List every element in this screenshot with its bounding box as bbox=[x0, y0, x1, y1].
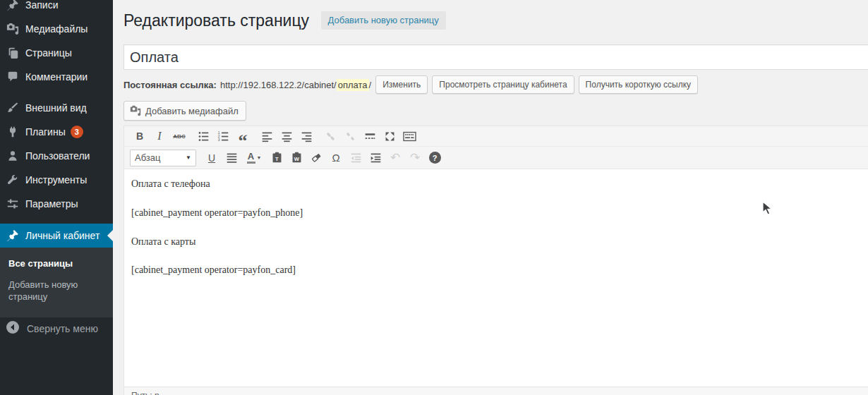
sidebar-item-tools[interactable]: Инструменты bbox=[0, 168, 113, 192]
special-character-icon[interactable]: Ω bbox=[327, 150, 345, 166]
sliders-icon bbox=[6, 197, 20, 211]
plugin-icon bbox=[6, 125, 20, 139]
justify-icon[interactable] bbox=[222, 150, 241, 166]
permalink-slug[interactable]: оплата bbox=[337, 79, 369, 91]
unlink-icon[interactable] bbox=[341, 128, 359, 145]
pages-submenu: Все страницы Добавить новую страницу bbox=[0, 248, 113, 317]
align-right-icon[interactable] bbox=[297, 128, 315, 145]
main-content: Редактировать страницу Добавить новую ст… bbox=[113, 0, 868, 395]
numbered-list-icon[interactable]: 123 bbox=[214, 128, 232, 145]
permalink-url-prefix: http://192.168.122.2/cabinet/ bbox=[220, 80, 337, 90]
menu-separator bbox=[0, 89, 113, 96]
sidebar-item-posts[interactable]: Записи bbox=[0, 0, 113, 17]
edit-permalink-button[interactable]: Изменить bbox=[375, 75, 428, 94]
admin-sidebar: Записи Медиафайлы Страницы Комментарии bbox=[0, 0, 113, 395]
media-icon bbox=[130, 105, 141, 116]
permalink-url-suffix: / bbox=[369, 80, 372, 90]
fullscreen-icon[interactable] bbox=[380, 128, 399, 145]
pushpin-icon bbox=[6, 229, 20, 243]
chevron-down-icon: ▼ bbox=[186, 154, 191, 161]
underline-icon[interactable]: U bbox=[203, 150, 221, 166]
indent-icon[interactable] bbox=[366, 150, 385, 166]
wysiwyg-editor: B I ABC 123 “ bbox=[123, 126, 868, 395]
plugins-update-badge: 3 bbox=[71, 126, 83, 138]
sidebar-item-label: Инструменты bbox=[25, 174, 87, 186]
sidebar-item-label: Плагины bbox=[25, 126, 66, 138]
add-media-label: Добавить медиафайл bbox=[145, 106, 239, 116]
admin-menu: Записи Медиафайлы Страницы Комментарии bbox=[0, 0, 113, 317]
undo-icon[interactable]: ↶ bbox=[386, 150, 404, 166]
collapse-arrow-icon bbox=[6, 320, 20, 336]
help-glyph: ? bbox=[429, 152, 441, 164]
pages-icon bbox=[6, 46, 20, 60]
wrench-icon bbox=[6, 173, 20, 187]
element-path: Путь: p bbox=[131, 391, 159, 395]
paragraph-format-select[interactable]: Абзац ▼ bbox=[130, 150, 196, 166]
sidebar-item-comments[interactable]: Комментарии bbox=[0, 65, 113, 89]
svg-text:W: W bbox=[294, 156, 299, 162]
content-paragraph: [cabinet_payment operator=payfon_card] bbox=[131, 265, 865, 276]
sidebar-item-appearance[interactable]: Внешний вид bbox=[0, 96, 113, 120]
media-icon bbox=[6, 22, 20, 36]
bullet-list-icon[interactable] bbox=[194, 128, 212, 145]
sidebar-item-users[interactable]: Пользователи bbox=[0, 144, 113, 168]
link-icon[interactable] bbox=[321, 128, 339, 145]
content-paragraph: [cabinet_payment operator=payfon_phone] bbox=[131, 207, 865, 219]
sidebar-item-label: Медиафайлы bbox=[25, 23, 88, 35]
editor-toolbar-row2: Абзац ▼ U A ▼ T W Ω bbox=[124, 147, 868, 169]
content-paragraph: Оплата с телефона bbox=[131, 178, 865, 190]
paste-from-word-icon[interactable]: W bbox=[287, 150, 306, 166]
chevron-down-icon: ▼ bbox=[257, 155, 262, 160]
bold-icon[interactable]: B bbox=[131, 128, 149, 145]
editor-content-area[interactable]: Оплата с телефона [cabinet_payment opera… bbox=[124, 169, 868, 387]
add-media-button[interactable]: Добавить медиафайл bbox=[123, 101, 246, 121]
svg-text:3: 3 bbox=[217, 138, 219, 142]
add-new-page-button[interactable]: Добавить новую страницу bbox=[321, 11, 446, 30]
sidebar-item-label: Параметры bbox=[25, 198, 78, 209]
comment-icon bbox=[6, 70, 20, 84]
sidebar-item-personal-cabinet[interactable]: Личный кабинет bbox=[0, 224, 113, 248]
svg-text:T: T bbox=[275, 156, 278, 162]
sidebar-item-label: Личный кабинет bbox=[25, 230, 100, 241]
sidebar-item-label: Пользователи bbox=[25, 150, 90, 162]
view-page-button[interactable]: Просмотреть страницу кабинета bbox=[432, 75, 574, 94]
sidebar-item-settings[interactable]: Параметры bbox=[0, 192, 113, 216]
sidebar-item-plugins[interactable]: Плагины 3 bbox=[0, 120, 113, 144]
text-color-icon[interactable]: A ▼ bbox=[242, 150, 266, 166]
editor-statusbar: Путь: p bbox=[124, 387, 868, 395]
strikethrough-icon[interactable]: ABC bbox=[170, 128, 188, 145]
collapse-menu-label: Свернуть меню bbox=[27, 323, 98, 334]
submenu-item-all-pages[interactable]: Все страницы bbox=[0, 253, 113, 274]
sidebar-item-label: Записи bbox=[25, 0, 58, 11]
content-paragraph: Оплата с карты bbox=[131, 236, 865, 248]
help-icon[interactable]: ? bbox=[426, 150, 444, 166]
sidebar-item-pages[interactable]: Страницы bbox=[0, 41, 113, 65]
align-center-icon[interactable] bbox=[277, 128, 296, 145]
get-shortlink-button[interactable]: Получить короткую ссылку bbox=[579, 75, 698, 94]
post-title-input[interactable] bbox=[123, 44, 868, 70]
sidebar-item-label: Внешний вид bbox=[25, 102, 87, 114]
toolbar-toggle-icon[interactable] bbox=[400, 128, 418, 145]
italic-icon[interactable]: I bbox=[150, 128, 169, 145]
permalink-label: Постоянная ссылка: bbox=[123, 80, 217, 90]
user-icon bbox=[6, 149, 20, 163]
paste-as-text-icon[interactable]: T bbox=[267, 150, 286, 166]
remove-format-icon[interactable] bbox=[307, 150, 325, 166]
redo-icon[interactable]: ↷ bbox=[406, 150, 424, 166]
sidebar-item-media[interactable]: Медиафайлы bbox=[0, 17, 113, 41]
submenu-item-add-new-page[interactable]: Добавить новую страницу bbox=[0, 274, 113, 308]
text-color-glyph: A bbox=[247, 152, 255, 164]
menu-separator bbox=[0, 216, 113, 224]
editor-toolbar-row1: B I ABC 123 “ bbox=[124, 126, 868, 147]
permalink-row: Постоянная ссылка: http://192.168.122.2/… bbox=[123, 75, 698, 94]
outdent-icon[interactable] bbox=[346, 150, 365, 166]
read-more-icon[interactable] bbox=[361, 128, 379, 145]
align-left-icon[interactable] bbox=[258, 128, 276, 145]
brush-icon bbox=[6, 101, 20, 115]
collapse-menu-button[interactable]: Свернуть меню bbox=[0, 315, 113, 342]
sidebar-item-label: Комментарии bbox=[25, 71, 88, 83]
page-header: Редактировать страницу Добавить новую ст… bbox=[123, 11, 446, 32]
format-select-value: Абзац bbox=[135, 152, 160, 163]
sidebar-item-label: Страницы bbox=[25, 47, 72, 59]
blockquote-icon[interactable]: “ bbox=[234, 133, 252, 150]
